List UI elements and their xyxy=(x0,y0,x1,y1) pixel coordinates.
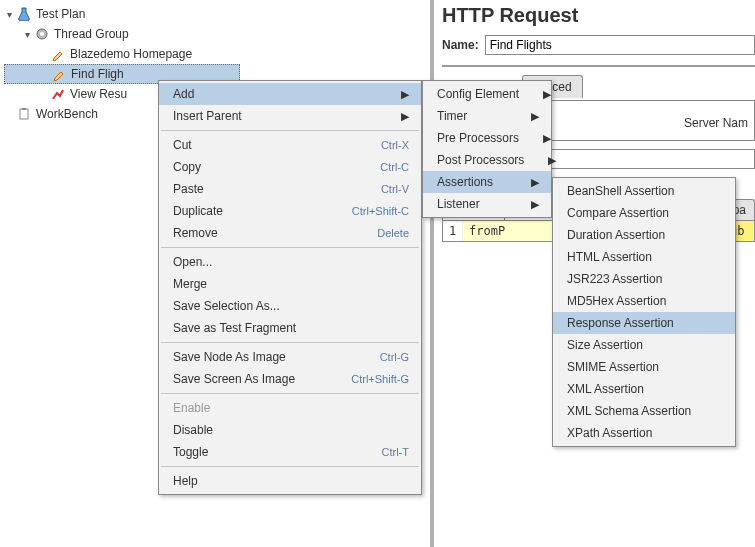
menu-item-xpath-assertion[interactable]: XPath Assertion xyxy=(553,422,735,444)
tree-label: Thread Group xyxy=(54,27,129,41)
menu-item-pre-processors[interactable]: Pre Processors▶ xyxy=(423,127,551,149)
menu-item-label: Duration Assertion xyxy=(567,228,665,242)
menu-item-save-selection-as[interactable]: Save Selection As... xyxy=(159,295,421,317)
menu-item-label: MD5Hex Assertion xyxy=(567,294,666,308)
menu-item-timer[interactable]: Timer▶ xyxy=(423,105,551,127)
menu-item-label: XPath Assertion xyxy=(567,426,652,440)
menu-item-duplicate[interactable]: DuplicateCtrl+Shift-C xyxy=(159,200,421,222)
menu-item-label: Enable xyxy=(173,401,210,415)
menu-item-beanshell-assertion[interactable]: BeanShell Assertion xyxy=(553,180,735,202)
menu-item-label: Save Selection As... xyxy=(173,299,280,313)
menu-item-toggle[interactable]: ToggleCtrl-T xyxy=(159,441,421,463)
menu-item-insert-parent[interactable]: Insert Parent▶ xyxy=(159,105,421,127)
submenu-arrow-icon: ▶ xyxy=(401,110,409,123)
spacer xyxy=(4,109,14,119)
menu-separator xyxy=(161,466,419,467)
menu-item-xml-schema-assertion[interactable]: XML Schema Assertion xyxy=(553,400,735,422)
dropper-icon xyxy=(50,46,66,62)
menu-item-post-processors[interactable]: Post Processors▶ xyxy=(423,149,551,171)
menu-item-label: BeanShell Assertion xyxy=(567,184,674,198)
twisty-icon[interactable]: ▾ xyxy=(22,29,32,39)
menu-item-label: Response Assertion xyxy=(567,316,674,330)
menu-item-label: Cut xyxy=(173,138,192,152)
tree-blazedemo[interactable]: Blazedemo Homepage xyxy=(4,44,240,64)
tree-label: Find Fligh xyxy=(71,67,124,81)
tree-label: View Resu xyxy=(70,87,127,101)
menu-item-cut[interactable]: CutCtrl-X xyxy=(159,134,421,156)
menu-shortcut: Ctrl+Shift-C xyxy=(352,205,409,217)
menu-item-open[interactable]: Open... xyxy=(159,251,421,273)
menu-item-assertions[interactable]: Assertions▶ xyxy=(423,171,551,193)
menu-item-duration-assertion[interactable]: Duration Assertion xyxy=(553,224,735,246)
menu-item-jsr223-assertion[interactable]: JSR223 Assertion xyxy=(553,268,735,290)
menu-item-disable[interactable]: Disable xyxy=(159,419,421,441)
menu-item-paste[interactable]: PasteCtrl-V xyxy=(159,178,421,200)
menu-item-label: Disable xyxy=(173,423,213,437)
menu-item-label: Toggle xyxy=(173,445,208,459)
menu-item-label: Timer xyxy=(437,109,467,123)
tree-thread-group[interactable]: ▾ Thread Group xyxy=(4,24,240,44)
menu-item-copy[interactable]: CopyCtrl-C xyxy=(159,156,421,178)
menu-item-save-screen-as-image[interactable]: Save Screen As ImageCtrl+Shift-G xyxy=(159,368,421,390)
submenu-add: Config Element▶Timer▶Pre Processors▶Post… xyxy=(422,80,552,218)
menu-item-label: Paste xyxy=(173,182,204,196)
menu-item-size-assertion[interactable]: Size Assertion xyxy=(553,334,735,356)
menu-item-label: HTML Assertion xyxy=(567,250,652,264)
menu-item-label: Pre Processors xyxy=(437,131,519,145)
menu-item-html-assertion[interactable]: HTML Assertion xyxy=(553,246,735,268)
menu-item-help[interactable]: Help xyxy=(159,470,421,492)
menu-separator xyxy=(161,393,419,394)
menu-item-label: JSR223 Assertion xyxy=(567,272,662,286)
svg-rect-3 xyxy=(22,108,26,110)
submenu-arrow-icon: ▶ xyxy=(531,110,539,123)
menu-item-label: Help xyxy=(173,474,198,488)
menu-shortcut: Ctrl-X xyxy=(381,139,409,151)
menu-item-add[interactable]: Add▶ xyxy=(159,83,421,105)
submenu-arrow-icon: ▶ xyxy=(548,154,556,167)
menu-item-listener[interactable]: Listener▶ xyxy=(423,193,551,215)
menu-item-enable: Enable xyxy=(159,397,421,419)
name-label: Name: xyxy=(442,38,479,52)
twisty-icon[interactable]: ▾ xyxy=(4,9,14,19)
menu-item-save-node-as-image[interactable]: Save Node As ImageCtrl-G xyxy=(159,346,421,368)
path-input[interactable] xyxy=(525,149,755,169)
page-title: HTTP Request xyxy=(442,4,755,27)
menu-item-label: Save Screen As Image xyxy=(173,372,295,386)
menu-item-label: Insert Parent xyxy=(173,109,242,123)
menu-item-smime-assertion[interactable]: SMIME Assertion xyxy=(553,356,735,378)
menu-shortcut: Ctrl-C xyxy=(380,161,409,173)
menu-item-label: Post Processors xyxy=(437,153,524,167)
menu-item-label: Size Assertion xyxy=(567,338,643,352)
menu-item-remove[interactable]: RemoveDelete xyxy=(159,222,421,244)
menu-item-xml-assertion[interactable]: XML Assertion xyxy=(553,378,735,400)
chart-icon xyxy=(50,86,66,102)
menu-item-compare-assertion[interactable]: Compare Assertion xyxy=(553,202,735,224)
name-input[interactable] xyxy=(485,35,755,55)
menu-item-config-element[interactable]: Config Element▶ xyxy=(423,83,551,105)
context-menu: Add▶Insert Parent▶CutCtrl-XCopyCtrl-CPas… xyxy=(158,80,422,495)
submenu-arrow-icon: ▶ xyxy=(531,198,539,211)
tree-label: Blazedemo Homepage xyxy=(70,47,192,61)
submenu-arrow-icon: ▶ xyxy=(543,132,551,145)
menu-separator xyxy=(161,342,419,343)
menu-shortcut: Ctrl+Shift-G xyxy=(351,373,409,385)
menu-item-response-assertion[interactable]: Response Assertion xyxy=(553,312,735,334)
menu-item-md5hex-assertion[interactable]: MD5Hex Assertion xyxy=(553,290,735,312)
clipboard-icon xyxy=(16,106,32,122)
menu-item-label: XML Schema Assertion xyxy=(567,404,691,418)
gear-icon xyxy=(34,26,50,42)
menu-item-label: Compare Assertion xyxy=(567,206,669,220)
menu-item-merge[interactable]: Merge xyxy=(159,273,421,295)
menu-item-label: Copy xyxy=(173,160,201,174)
menu-item-label: Save as Test Fragment xyxy=(173,321,296,335)
menu-shortcut: Ctrl-V xyxy=(381,183,409,195)
menu-item-label: Listener xyxy=(437,197,480,211)
flask-icon xyxy=(16,6,32,22)
divider xyxy=(442,65,755,67)
menu-item-label: Add xyxy=(173,87,194,101)
tree-label: Test Plan xyxy=(36,7,85,21)
menu-item-label: SMIME Assertion xyxy=(567,360,659,374)
menu-separator xyxy=(161,130,419,131)
tree-test-plan[interactable]: ▾ Test Plan xyxy=(4,4,240,24)
menu-item-save-as-test-fragment[interactable]: Save as Test Fragment xyxy=(159,317,421,339)
